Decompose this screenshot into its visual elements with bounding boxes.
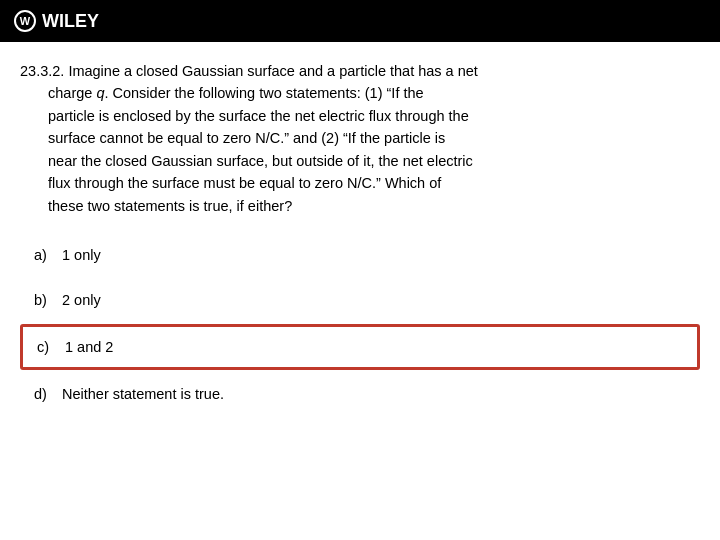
question-body-line6: flux through the surface must be equal t…	[20, 172, 700, 194]
question-body-line5: near the closed Gaussian surface, but ou…	[20, 150, 700, 172]
option-c[interactable]: c) 1 and 2	[20, 324, 700, 370]
wiley-logo: W WILEY	[14, 10, 99, 32]
wiley-text: WILEY	[42, 11, 99, 32]
option-a-text: 1 only	[62, 245, 101, 265]
question-body-line3: particle is enclosed by the surface the …	[20, 105, 700, 127]
option-a[interactable]: a) 1 only	[20, 235, 700, 275]
question-body-line4: surface cannot be equal to zero N/C.” an…	[20, 127, 700, 149]
option-b-label: b)	[34, 290, 62, 310]
page-header: W WILEY	[0, 0, 720, 42]
wiley-circle-icon: W	[14, 10, 36, 32]
option-d[interactable]: d) Neither statement is true.	[20, 374, 700, 414]
option-c-label: c)	[37, 337, 65, 357]
question-number: 23.3.2.	[20, 63, 68, 79]
question-body-line7: these two statements is true, if either?	[20, 195, 700, 217]
option-d-text: Neither statement is true.	[62, 384, 224, 404]
option-c-text: 1 and 2	[65, 337, 113, 357]
question-body: Imagine a closed Gaussian surface and a …	[68, 63, 477, 79]
question-body-line2: charge q. Consider the following two sta…	[20, 82, 700, 104]
option-d-label: d)	[34, 384, 62, 404]
option-b[interactable]: b) 2 only	[20, 280, 700, 320]
question-text: 23.3.2. Imagine a closed Gaussian surfac…	[20, 60, 700, 217]
option-a-label: a)	[34, 245, 62, 265]
main-content: 23.3.2. Imagine a closed Gaussian surfac…	[0, 42, 720, 428]
option-b-text: 2 only	[62, 290, 101, 310]
